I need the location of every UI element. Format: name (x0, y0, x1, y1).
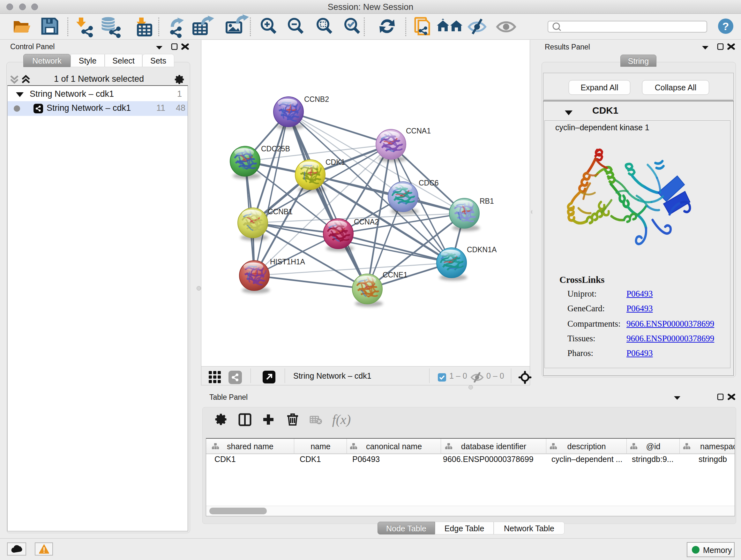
svg-text:CDKN1A: CDKN1A (467, 246, 497, 254)
svg-text:CCNB1: CCNB1 (268, 207, 293, 216)
svg-text:CCNB2: CCNB2 (304, 95, 329, 104)
svg-text:CCNE1: CCNE1 (383, 271, 408, 279)
svg-text:?: ? (723, 20, 729, 32)
svg-text:CCNA2: CCNA2 (354, 218, 379, 226)
svg-text:CCNA1: CCNA1 (406, 127, 431, 135)
svg-text:CDC6: CDC6 (419, 179, 439, 187)
svg-text:CDC25B: CDC25B (261, 145, 290, 153)
svg-text:CDK1: CDK1 (326, 158, 345, 166)
svg-text:f(x): f(x) (332, 413, 351, 427)
svg-text:RB1: RB1 (480, 197, 494, 205)
svg-text:HIST1H1A: HIST1H1A (270, 258, 306, 266)
